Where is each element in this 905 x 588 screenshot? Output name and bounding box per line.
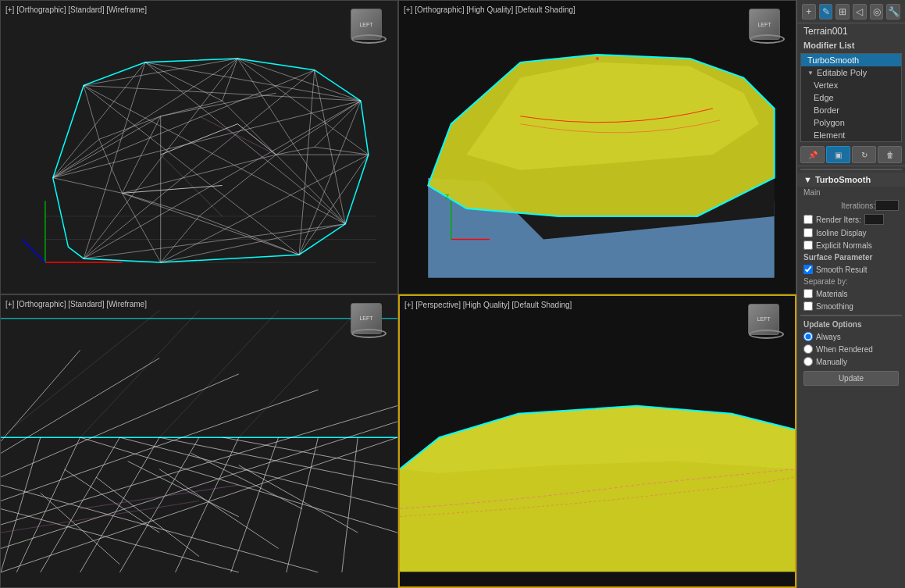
svg-line-96 (128, 461, 239, 516)
svg-line-50 (223, 59, 238, 101)
modifier-element[interactable]: Element (801, 129, 901, 141)
svg-line-80 (1, 437, 41, 572)
svg-line-78 (1, 358, 159, 453)
viewport-bottom-left[interactable]: [+] [Orthographic] [Standard] [Wireframe… (0, 294, 398, 589)
motion-icon[interactable]: ◁ (853, 4, 867, 20)
right-panel: + ✎ ⊞ ◁ ◎ 🔧 Terrain001 Modifier List Tur… (796, 0, 905, 588)
render-iters-row: Render Iters: (797, 212, 905, 226)
turbosmooth-label: TurboSmooth (807, 55, 859, 65)
svg-line-85 (176, 437, 239, 572)
modifier-editable-poly[interactable]: ▼ Editable Poly (801, 66, 901, 79)
iterations-input[interactable] (875, 200, 899, 211)
svg-point-71 (596, 57, 599, 60)
render-iters-input[interactable] (864, 214, 884, 225)
object-name: Terrain001 (797, 23, 905, 39)
gizmo-top-right: LEFT (749, 9, 788, 48)
modifier-turbosmooth[interactable]: TurboSmooth (801, 54, 901, 66)
svg-line-61 (161, 155, 223, 216)
modifier-vertex[interactable]: Vertex (801, 79, 901, 91)
svg-line-34 (276, 101, 361, 155)
always-radio[interactable] (803, 332, 813, 341)
materials-checkbox[interactable] (803, 289, 813, 298)
viewport-bottom-right[interactable]: [+] [Perspective] [High Quality] [Defaul… (398, 294, 796, 589)
wireframe-svg-bottom-left (1, 295, 397, 588)
svg-line-52 (161, 101, 223, 116)
smoothing-label: Smoothing (816, 302, 853, 311)
svg-line-51 (223, 101, 276, 155)
explicit-normals-checkbox[interactable] (803, 241, 813, 250)
gizmo-bottom-left: LEFT (351, 303, 390, 342)
smooth-result-label: Smooth Result (816, 265, 868, 274)
svg-line-94 (223, 437, 397, 469)
svg-line-40 (122, 193, 160, 262)
svg-line-98 (41, 493, 120, 564)
svg-line-81 (16, 437, 80, 572)
when-rendered-label: When Rendered (816, 345, 873, 354)
svg-line-23 (237, 59, 369, 155)
gizmo-cube: LEFT (351, 9, 382, 40)
iterations-label: Iterations: (803, 201, 875, 210)
svg-line-30 (161, 224, 346, 262)
panel-toolbar: + ✎ ⊞ ◁ ◎ 🔧 (797, 0, 905, 23)
svg-line-95 (64, 469, 159, 532)
display-icon[interactable]: ◎ (870, 4, 884, 20)
remove-modifier-btn[interactable]: 🗑 (878, 146, 902, 163)
isoline-row: Isoline Display (797, 226, 905, 239)
show-end-result-btn[interactable]: ▣ (826, 146, 850, 163)
isoline-label: Isoline Display (816, 229, 866, 237)
svg-line-92 (119, 437, 397, 508)
turbosmooth-expand-arrow: ▼ (803, 175, 812, 184)
svg-line-41 (53, 178, 123, 194)
pin-stack-btn[interactable]: 📌 (800, 146, 825, 163)
svg-line-105 (80, 310, 199, 437)
main-section-label: Main (797, 187, 905, 198)
shaded-svg-top-right: Z (399, 1, 796, 294)
create-icon[interactable]: + (802, 4, 816, 20)
svg-line-25 (315, 70, 345, 224)
svg-line-87 (287, 437, 319, 572)
modify-icon[interactable]: ✎ (819, 4, 833, 20)
svg-line-97 (191, 453, 302, 508)
utilities-icon[interactable]: 🔧 (886, 4, 900, 20)
svg-line-58 (237, 124, 276, 155)
explicit-normals-row: Explicit Normals (797, 239, 905, 251)
svg-line-24 (237, 59, 345, 224)
editable-poly-label: Editable Poly (817, 68, 867, 77)
edge-label: Edge (814, 93, 834, 102)
when-rendered-row: When Rendered (797, 343, 905, 355)
smooth-result-checkbox[interactable] (803, 265, 813, 274)
smoothing-checkbox[interactable] (803, 301, 813, 311)
gizmo-cube-2: LEFT (749, 9, 780, 40)
viewport-top-left[interactable]: [+] [Orthographic] [Standard] [Wireframe… (0, 0, 398, 294)
isoline-checkbox[interactable] (803, 228, 813, 237)
smoothing-row: Smoothing (797, 300, 905, 312)
modifier-list: TurboSmooth ▼ Editable Poly Vertex Edge … (800, 53, 902, 142)
svg-line-16 (84, 59, 237, 85)
expand-arrow: ▼ (807, 69, 814, 77)
turbosmooth-header[interactable]: ▼ TurboSmooth (797, 173, 905, 187)
gizmo-cube-3: LEFT (351, 303, 382, 334)
materials-label: Materials (816, 290, 848, 298)
svg-line-19 (84, 85, 299, 255)
hierarchy-icon[interactable]: ⊞ (836, 4, 850, 20)
svg-line-33 (53, 116, 161, 178)
gizmo-cube-4: LEFT (748, 304, 779, 335)
render-iters-checkbox[interactable] (803, 215, 813, 224)
element-label: Element (814, 130, 845, 140)
modifier-polygon[interactable]: Polygon (801, 116, 901, 129)
svg-line-88 (342, 437, 358, 572)
svg-line-7 (84, 62, 145, 258)
wireframe-svg-top-left (1, 1, 397, 294)
manually-label: Manually (816, 358, 847, 366)
modifier-border[interactable]: Border (801, 104, 901, 116)
when-rendered-radio[interactable] (803, 344, 813, 354)
svg-line-54 (315, 101, 361, 147)
modifier-edge[interactable]: Edge (801, 91, 901, 104)
update-button[interactable]: Update (803, 371, 899, 386)
viewport-top-right[interactable]: [+] [Orthographic] [High Quality] [Defau… (398, 0, 796, 294)
manually-radio[interactable] (803, 357, 813, 366)
svg-marker-6 (53, 59, 369, 262)
gizmo-top-left: LEFT (351, 9, 390, 48)
make-unique-btn[interactable]: ↻ (852, 146, 876, 163)
separator-2 (800, 315, 902, 316)
